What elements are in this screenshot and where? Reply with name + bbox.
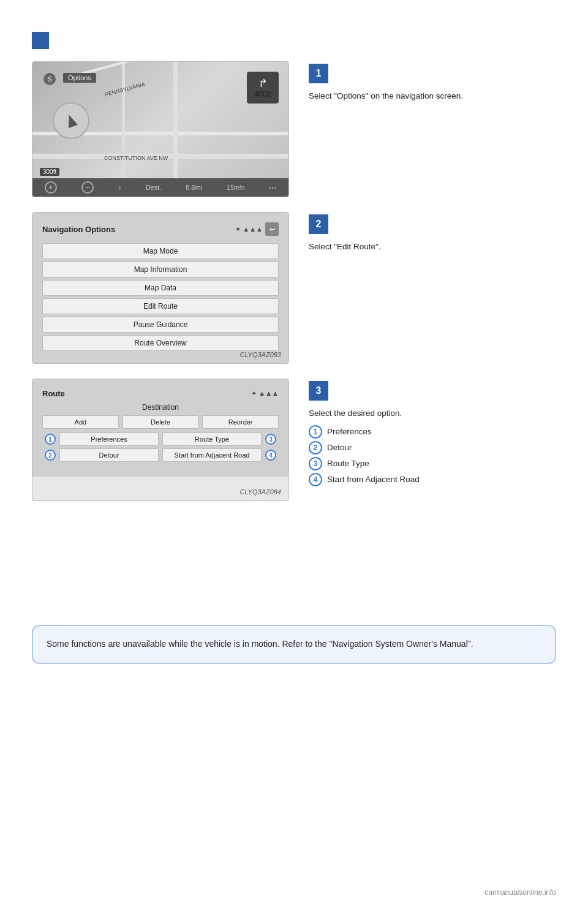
detour-btn[interactable]: Detour	[59, 448, 159, 462]
screenshot-code-3: CLYQ3AZ084	[240, 488, 281, 496]
road-vertical-2	[122, 62, 125, 197]
route-type-btn[interactable]: Route Type	[162, 432, 262, 446]
section-1-row: CONSTITUTION AVE NW PENNSYLVANIA Options…	[32, 61, 556, 197]
turn-distance: 400ft	[255, 90, 271, 99]
sub-badge-3: 3	[309, 457, 322, 470]
notice-box: Some functions are unavailable while the…	[32, 625, 556, 664]
route-header: Route ✦ ▲▲▲	[42, 389, 279, 398]
menu-item-map-info[interactable]: Map Information	[42, 262, 279, 277]
sub-item-2-text: Detour	[327, 443, 352, 452]
nav-options-screen: Navigation Options ✦ ▲▲▲ ↩ Map Mode Map …	[32, 213, 288, 363]
section-3-row: Route ✦ ▲▲▲ Destination Add Delete Reord…	[32, 379, 556, 501]
step-badge-3: 3	[309, 381, 328, 401]
step-badge-1: 1	[309, 64, 328, 83]
screenshot-2: Navigation Options ✦ ▲▲▲ ↩ Map Mode Map …	[32, 212, 289, 364]
main-content: CONSTITUTION AVE NW PENNSYLVANIA Options…	[32, 61, 556, 516]
dest-btn[interactable]: Dest.	[146, 184, 162, 191]
route-reorder-btn[interactable]: Reorder	[202, 415, 279, 429]
route-delete-btn[interactable]: Delete	[123, 415, 199, 429]
screenshot-1: CONSTITUTION AVE NW PENNSYLVANIA Options…	[32, 61, 289, 197]
menu-item-map-mode[interactable]: Map Mode	[42, 243, 279, 259]
turn-indicator: ↱ 400ft	[247, 72, 279, 104]
sub-item-1-text: Preferences	[327, 427, 372, 436]
route-btn-row-1: Add Delete Reorder	[42, 415, 279, 429]
nav-options-header: Navigation Options ✦ ▲▲▲ ↩	[42, 222, 279, 236]
watermark: carmanualsonline.info	[484, 888, 556, 897]
section-3-desc-line-1: Select the desired option.	[309, 407, 556, 420]
signal-icon: ✦ ▲▲▲	[235, 225, 263, 233]
sub-item-2: 2 Detour	[309, 441, 556, 455]
circle-4: 4	[265, 450, 276, 461]
map-image: CONSTITUTION AVE NW PENNSYLVANIA Options…	[32, 62, 288, 197]
section-marker	[32, 32, 49, 49]
preferences-btn[interactable]: Preferences	[59, 432, 159, 446]
options-button[interactable]: Options	[63, 73, 96, 83]
section-1-desc-line-1: Select "Options" on the navigation scree…	[309, 89, 556, 103]
sub-item-4: 4 Start from Adjacent Road	[309, 473, 556, 486]
section-2-row: Navigation Options ✦ ▲▲▲ ↩ Map Mode Map …	[32, 212, 556, 364]
compass-arrow	[64, 113, 78, 128]
turn-arrow: ↱	[258, 77, 268, 90]
start-adjacent-btn[interactable]: Start from Adjacent Road	[162, 448, 262, 462]
section-3-description: Select the desired option.	[309, 407, 556, 420]
sub-badge-1: 1	[309, 425, 322, 439]
section-3-text: 3 Select the desired option. 1 Preferenc…	[309, 379, 556, 486]
road-vertical-1	[173, 62, 178, 197]
section-2-desc-line-1: Select "Edit Route".	[309, 240, 556, 254]
section-2-text: 2 Select "Edit Route".	[309, 212, 556, 257]
zoom-out-btn[interactable]: −	[81, 181, 94, 194]
step-badge-2: 2	[309, 214, 328, 234]
road-label-constitution: CONSTITUTION AVE NW	[104, 155, 168, 161]
zoom-in-btn[interactable]: +	[45, 181, 57, 194]
sub-badge-2: 2	[309, 441, 322, 455]
route-icons: ✦ ▲▲▲	[251, 390, 279, 398]
nav-options-icons: ✦ ▲▲▲ ↩	[235, 222, 279, 236]
audio-icon[interactable]: ♪	[118, 184, 121, 191]
map-background: CONSTITUTION AVE NW PENNSYLVANIA Options…	[32, 62, 288, 197]
sub-item-1: 1 Preferences	[309, 425, 556, 439]
circle-2: 2	[45, 450, 56, 461]
s-button[interactable]: S	[43, 73, 56, 85]
section-1-text: 1 Select "Options" on the navigation scr…	[309, 61, 556, 107]
menu-item-edit-route[interactable]: Edit Route	[42, 298, 279, 314]
menu-item-map-data[interactable]: Map Data	[42, 280, 279, 296]
route-row-preferences: 1 Preferences Route Type 3	[42, 432, 279, 446]
route-add-btn[interactable]: Add	[42, 415, 119, 429]
notice-text: Some functions are unavailable while the…	[47, 639, 473, 649]
route-row-detour: 2 Detour Start from Adjacent Road 4	[42, 448, 279, 462]
section-2-description: Select "Edit Route".	[309, 240, 556, 254]
nav-options-title: Navigation Options	[42, 225, 115, 234]
screenshot-code-1: CLYQ3AZ082	[240, 184, 281, 192]
sub-items-list: 1 Preferences 2 Detour 3 Route Type 4 St…	[309, 425, 556, 486]
circle-3: 3	[265, 434, 276, 445]
sub-item-3: 3 Route Type	[309, 457, 556, 470]
screenshot-code-2: CLYQ3AZ083	[240, 351, 281, 358]
section-1-description: Select "Options" on the navigation scree…	[309, 89, 556, 103]
route-title: Route	[42, 389, 65, 398]
circle-1: 1	[45, 434, 56, 445]
distance-300ft: 300ft	[40, 168, 59, 176]
screenshot-3: Route ✦ ▲▲▲ Destination Add Delete Reord…	[32, 379, 289, 501]
destination-label: Destination	[42, 403, 279, 412]
menu-item-route-overview[interactable]: Route Overview	[42, 335, 279, 351]
sub-item-3-text: Route Type	[327, 459, 369, 468]
route-screen: Route ✦ ▲▲▲ Destination Add Delete Reord…	[32, 379, 288, 477]
menu-item-pause-guidance[interactable]: Pause Guidance	[42, 317, 279, 333]
nav-back-button[interactable]: ↩	[265, 222, 279, 236]
distance-display: 8.8mi	[186, 184, 202, 191]
sub-item-4-text: Start from Adjacent Road	[327, 475, 420, 484]
sub-badge-4: 4	[309, 473, 322, 486]
